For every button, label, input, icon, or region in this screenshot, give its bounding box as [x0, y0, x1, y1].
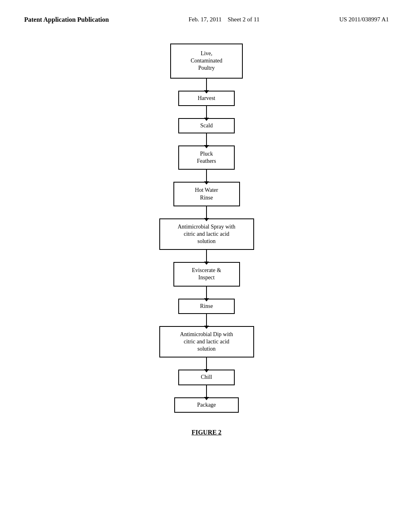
publication-date: Feb. 17, 2011 [189, 16, 222, 23]
figure-label: FIGURE 2 [192, 429, 221, 436]
arrow-5 [206, 206, 207, 218]
arrow-1 [206, 79, 207, 91]
arrow-6 [206, 250, 207, 262]
sheet-info: Sheet 2 of 11 [227, 16, 259, 23]
header-patent-number: US 2011/038997 A1 [339, 16, 389, 23]
arrow-2 [206, 106, 207, 118]
step-live-contaminated-poultry: Live, Contaminated Poultry [170, 44, 243, 79]
page: Patent Application Publication Feb. 17, … [0, 0, 413, 532]
arrow-4 [206, 170, 207, 182]
arrow-10 [206, 385, 207, 397]
step-antimicrobial-spray: Antimicrobial Spray withcitric and lacti… [159, 218, 254, 250]
arrow-7 [206, 287, 207, 299]
arrow-9 [206, 357, 207, 370]
figure-title: FIGURE 2 [192, 429, 221, 436]
page-header: Patent Application Publication Feb. 17, … [24, 16, 389, 23]
arrow-3 [206, 133, 207, 145]
step-pluck-feathers: Pluck Feathers [178, 145, 235, 170]
flow-chart: Live, Contaminated Poultry Harvest Scald… [159, 44, 254, 413]
step-hot-water-rinse: Hot Water Rinse [173, 182, 240, 206]
step-eviscerate-inspect: Eviscerate & Inspect [173, 262, 240, 286]
flow-diagram: Live, Contaminated Poultry Harvest Scald… [24, 44, 389, 436]
patent-number: US 2011/038997 A1 [339, 16, 389, 23]
step-antimicrobial-dip: Antimicrobial Dip withcitric and lactic … [159, 326, 254, 358]
publication-label: Patent Application Publication [24, 16, 109, 23]
header-date-sheet: Feb. 17, 2011 Sheet 2 of 11 [189, 16, 260, 23]
arrow-8 [206, 314, 207, 326]
header-title: Patent Application Publication [24, 16, 109, 23]
